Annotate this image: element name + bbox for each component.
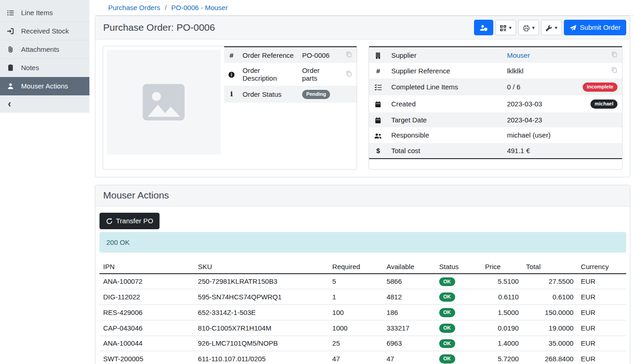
app-root: Line ItemsReceived StockAttachmentsNotes…	[0, 0, 634, 364]
building-icon	[375, 51, 381, 59]
column-header-currency[interactable]: Currency	[577, 260, 626, 274]
detail-label: Target Date	[387, 112, 503, 128]
sidebar-collapse-button[interactable]: ‹	[0, 95, 89, 113]
sidebar-item-label: Received Stock	[21, 27, 69, 35]
detail-value: 2023-03-03	[507, 100, 542, 108]
info-icon: i	[230, 90, 233, 98]
sidebar-item-label: Attachments	[21, 45, 59, 53]
paper-plane-icon	[569, 23, 577, 32]
table-header-row: IPNSKURequiredAvailableStatusPriceTotalC…	[99, 260, 626, 274]
cell-currency: EUR	[577, 289, 626, 305]
status-badge-ok: OK	[439, 277, 455, 287]
cell-available: 6963	[383, 336, 436, 351]
detail-label: Order Description	[239, 63, 298, 86]
sidebar-item-label: Line Items	[21, 9, 53, 17]
cell-total: 27.5500	[523, 274, 577, 289]
detail-link[interactable]: Mouser	[507, 51, 530, 59]
breadcrumb: Purchase Orders / PO-0006 - Mouser	[95, 0, 634, 16]
sidebar-item-label: Mouser Actions	[21, 82, 68, 90]
admin-button[interactable]	[474, 20, 493, 35]
breadcrumb-link-current-po[interactable]: PO-0006 - Mouser	[171, 4, 228, 11]
cell-sku: 652-3314Z-1-503E	[194, 305, 329, 320]
sidebar-item-label: Notes	[21, 64, 39, 72]
cell-available: 47	[383, 351, 436, 364]
sidebar-nav: Line ItemsReceived StockAttachmentsNotes…	[0, 4, 89, 95]
main-content: Purchase Orders / PO-0006 - Mouser Purch…	[95, 0, 634, 364]
cell-available: 4812	[383, 289, 436, 305]
breadcrumb-link-purchase-orders[interactable]: Purchase Orders	[108, 4, 160, 11]
print-dropdown-button[interactable]: ▾	[518, 20, 540, 35]
sidebar-item-mouser-actions[interactable]: Mouser Actions	[0, 77, 89, 95]
detail-label: Completed Line Items	[387, 78, 503, 95]
user-shield-icon	[480, 23, 488, 32]
cell-total: 0.6100	[523, 289, 577, 305]
cell-ipn: SWT-200005	[99, 351, 194, 364]
hash-icon: #	[230, 51, 233, 59]
column-header-status[interactable]: Status	[436, 260, 481, 274]
column-header-total[interactable]: Total	[523, 260, 577, 274]
printer-icon	[523, 23, 530, 32]
detail-row-created: Created2023-03-03michael	[369, 95, 623, 112]
detail-row-supplier-reference: #Supplier Referencelklklkl	[369, 63, 623, 78]
cell-sku: 810-C1005X7R1H104M	[194, 320, 329, 336]
cell-required: 1	[329, 289, 383, 305]
sidebar-item-received-stock[interactable]: Received Stock	[0, 22, 89, 40]
detail-row-total-cost: $Total cost491.1 €	[369, 143, 623, 159]
caret-down-icon: ▾	[509, 25, 512, 30]
detail-row-supplier: SupplierMouser	[369, 47, 623, 63]
hash-icon: #	[376, 67, 380, 75]
cell-sku: 926-LMC7101QM5/NOPB	[194, 336, 329, 351]
sidebar-item-attachments[interactable]: Attachments	[0, 40, 89, 59]
copy-icon[interactable]	[611, 51, 617, 58]
detail-value: lklklkl	[507, 67, 524, 75]
column-header-price[interactable]: Price	[481, 260, 523, 274]
detail-value: PO-0006	[302, 51, 330, 59]
detail-label: Responsible	[387, 127, 503, 143]
column-header-ipn[interactable]: IPN	[99, 260, 194, 274]
sidebar-item-notes[interactable]: Notes	[0, 59, 89, 77]
copy-icon[interactable]	[346, 70, 352, 77]
column-header-sku[interactable]: SKU	[194, 260, 329, 274]
cell-total: 268.8400	[523, 351, 577, 364]
submit-order-button[interactable]: Submit Order	[564, 20, 626, 35]
page-title: Purchase Order: PO-0006	[103, 22, 215, 33]
supplier-details-table: SupplierMouser#Supplier Referencelklklkl…	[369, 46, 623, 159]
cell-ipn: DIG-112022	[99, 289, 194, 305]
copy-icon[interactable]	[346, 51, 352, 58]
copy-icon[interactable]	[611, 66, 617, 73]
status-badge-ok: OK	[439, 339, 455, 348]
image-icon	[138, 77, 189, 128]
status-badge-ok: OK	[439, 324, 455, 333]
cell-total: 35.0000	[523, 336, 577, 351]
cell-sku: 611-110.107.011/0205	[194, 351, 329, 364]
order-details-table: #Order ReferencePO-0006Order Description…	[224, 46, 357, 103]
column-header-available[interactable]: Available	[383, 260, 436, 274]
detail-value: 0 / 6	[507, 83, 520, 91]
part-image-placeholder[interactable]	[107, 50, 221, 154]
transfer-po-button[interactable]: Transfer PO	[99, 213, 160, 229]
panel-title: Mouser Actions	[103, 190, 169, 201]
detail-label: Total cost	[387, 143, 503, 159]
detail-value: 491.1 €	[507, 147, 530, 154]
barcode-dropdown-button[interactable]: ▾	[495, 20, 516, 35]
cell-sku: 595-SN74HCS74QPWRQ1	[194, 289, 329, 305]
detail-row-target-date: Target Date2023-04-23	[369, 112, 623, 128]
caret-down-icon: ▾	[555, 25, 557, 30]
detail-value: Order parts	[302, 66, 320, 82]
sidebar-item-line-items[interactable]: Line Items	[0, 4, 89, 22]
detail-label: Order Status	[239, 86, 298, 103]
line-item-row-swt-200005: SWT-200005611-110.107.011/02054747OK5.72…	[99, 351, 626, 364]
detail-value: michael (user)	[507, 131, 551, 139]
cell-price: 0.0190	[481, 320, 523, 336]
line-items-table: IPNSKURequiredAvailableStatusPriceTotalC…	[99, 260, 626, 364]
line-item-row-cap-043046: CAP-043046810-C1005X7R1H104M1000333217OK…	[99, 320, 626, 336]
column-header-required[interactable]: Required	[329, 260, 383, 274]
cell-available: 333217	[383, 320, 436, 336]
purchase-order-panel: Purchase Order: PO-0006 ▾ ▾	[95, 16, 630, 177]
refresh-icon	[106, 217, 113, 225]
detail-row-order-status: iOrder StatusPending	[224, 86, 357, 103]
cell-currency: EUR	[577, 351, 626, 364]
cell-currency: EUR	[577, 336, 626, 351]
cell-required: 25	[329, 336, 383, 351]
options-dropdown-button[interactable]: ▾	[541, 20, 562, 35]
